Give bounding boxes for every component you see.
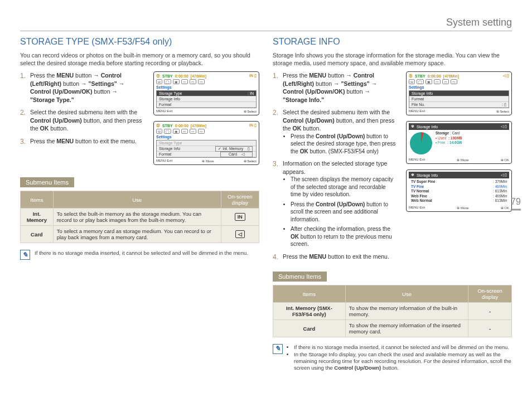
right-intro: Storage Info shows you the storage infor…	[273, 51, 512, 67]
right-step-3: Information on the selected storage type…	[273, 159, 396, 248]
lcd-storage-info-pie: ✾Storage Info◁ ▯ Storage : Card • Used :…	[406, 121, 512, 164]
note-icon: ✎	[273, 344, 283, 354]
page-number: 79	[511, 197, 521, 211]
right-note: ✎ If there is no storage media inserted,…	[273, 344, 512, 371]
osd-card-icon: ◁	[235, 230, 245, 238]
lcd-storage-info-times: ✾Storage Info◁ ▯ TV Super Fine: 379Min T…	[406, 169, 512, 211]
left-step-2: Select the desired submenu item with the…	[20, 108, 143, 132]
left-intro: You can record videos or photos on the b…	[20, 51, 259, 67]
right-column: STORAGE INFO Storage Info shows you the …	[273, 37, 512, 372]
left-column: STORAGE TYPE (SMX-F53/F54 only) You can …	[20, 37, 259, 372]
left-step-1: Press the MENU button → Control (Left/Ri…	[20, 71, 143, 104]
page-title: System setting	[20, 17, 512, 31]
note-icon: ✎	[20, 250, 30, 260]
right-heading: STORAGE INFO	[273, 37, 512, 47]
right-submenu-label: Submenu Items	[273, 272, 327, 282]
left-submenu-label: Submenu Items	[20, 177, 74, 187]
lcd-storage-type: ⦿STBY 0:00:00 [476Min]IN ▯ ⊞◯▣▭▭▭ Settin…	[153, 71, 259, 115]
left-heading: STORAGE TYPE (SMX-F53/F54 only)	[20, 37, 259, 47]
left-step-3: Press the MENU button to exit the menu.	[20, 137, 143, 145]
right-step-4: Press the MENU button to exit the menu.	[273, 253, 396, 260]
right-step-1: Press the MENU button → Control (Left/Ri…	[273, 71, 396, 104]
lcd-storage-type-options: ⦿STBY 0:00:00 [476Min]IN ▯ ⊞◯▣▭▭▭ Settin…	[153, 121, 259, 165]
right-submenu-table: ItemsUseOn-screen display Int. Memory (S…	[273, 285, 512, 337]
left-note: ✎ If there is no storage media inserted,…	[20, 250, 259, 260]
pie-chart-icon	[410, 132, 432, 154]
right-step-2: Select the desired submenu item with the…	[273, 108, 396, 155]
osd-int-memory-icon: IN	[235, 213, 245, 221]
left-submenu-table: ItemsUseOn-screen display Int. Memory To…	[20, 191, 259, 243]
lcd-storage-info-menu: ⦿STBY 0:00:00 [476Min]◁ ▯ ⊞◯▣▭▭▭ Setting…	[406, 71, 512, 115]
